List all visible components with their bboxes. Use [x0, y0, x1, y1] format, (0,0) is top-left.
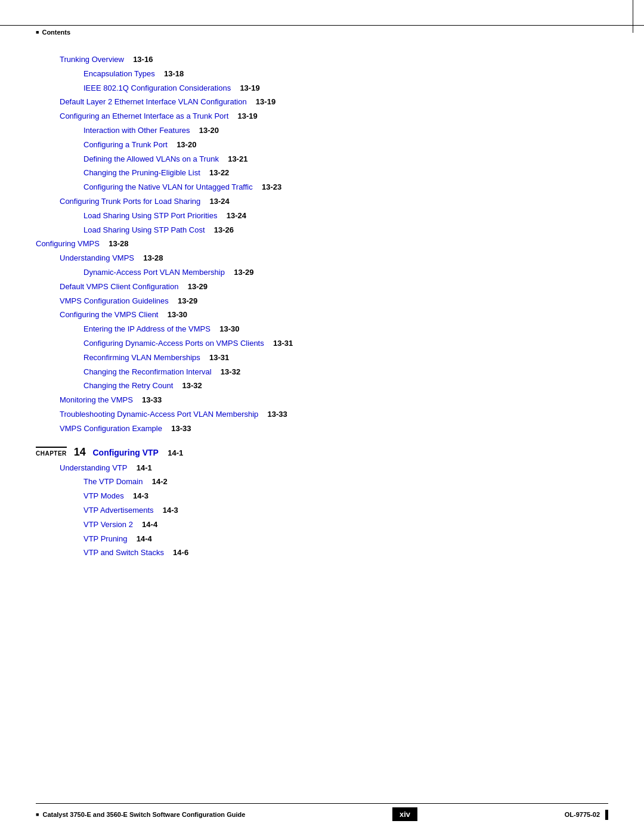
toc-entry: VTP Advertisements 14-3	[83, 504, 608, 517]
toc-page: 13-22	[209, 167, 229, 179]
toc-link[interactable]: Changing the Pruning-Eligible List	[83, 167, 200, 179]
toc-page: 13-20	[199, 125, 219, 137]
toc-entry: Changing the Pruning-Eligible List 13-22	[83, 167, 608, 179]
toc-entry: Reconfirming VLAN Memberships 13-31	[83, 352, 608, 364]
toc-link[interactable]: Monitoring the VMPS	[60, 394, 133, 407]
toc-entry: Changing the Reconfirmation Interval 13-…	[83, 366, 608, 379]
footer-doc-number: OL-9775-02	[565, 810, 608, 819]
toc-entry: VMPS Configuration Guidelines 13-29	[60, 295, 608, 308]
toc-page: 13-23	[262, 181, 281, 194]
toc-page: 14-2	[152, 476, 168, 488]
toc-page: 13-24	[227, 210, 246, 222]
toc-page: 13-30	[168, 309, 187, 321]
toc-entry: IEEE 802.1Q Configuration Considerations…	[83, 82, 608, 95]
toc-link[interactable]: VMPS Configuration Guidelines	[60, 295, 169, 308]
footer-page-box: xiv	[392, 807, 417, 821]
toc-entry: Configuring the VMPS Client 13-30	[60, 309, 608, 321]
toc-link[interactable]: Configuring VMPS	[36, 238, 100, 250]
toc-entry: Interaction with Other Features 13-20	[83, 125, 608, 137]
toc-link[interactable]: Interaction with Other Features	[83, 125, 190, 137]
toc-entry: Configuring Trunk Ports for Load Sharing…	[60, 196, 608, 208]
toc-link[interactable]: IEEE 802.1Q Configuration Considerations	[83, 82, 231, 95]
toc-link[interactable]: Reconfirming VLAN Memberships	[83, 352, 200, 364]
toc-link[interactable]: Encapsulation Types	[83, 68, 155, 80]
toc-entry: The VTP Domain 14-2	[83, 476, 608, 488]
toc-link[interactable]: Changing the Retry Count	[83, 380, 173, 392]
toc-entry: Configuring a Trunk Port 13-20	[83, 139, 608, 151]
toc-link[interactable]: Configuring the VMPS Client	[60, 309, 158, 321]
toc-entry: Understanding VTP 14-1	[60, 462, 608, 475]
toc-link[interactable]: Understanding VMPS	[60, 252, 134, 265]
toc-page: 13-26	[214, 224, 234, 237]
toc-container: Trunking Overview 13-16Encapsulation Typ…	[36, 54, 608, 435]
toc-link[interactable]: Default VMPS Client Configuration	[60, 281, 178, 293]
chapter-title[interactable]: Configuring VTP	[93, 448, 159, 457]
toc-page: 13-18	[164, 68, 184, 80]
toc-link[interactable]: Dynamic-Access Port VLAN Membership	[83, 267, 225, 279]
toc-link[interactable]: Configuring the Native VLAN for Untagged…	[83, 181, 253, 194]
toc-page: 13-33	[142, 394, 162, 407]
chapter14-container: CHAPTER 14 Configuring VTP 14-1Understan…	[36, 446, 608, 560]
toc-entry: Entering the IP Address of the VMPS 13-3…	[83, 323, 608, 336]
toc-page: 14-6	[173, 547, 188, 559]
toc-link[interactable]: VTP Version 2	[83, 519, 133, 531]
toc-entry: Dynamic-Access Port VLAN Membership 13-2…	[83, 267, 608, 279]
toc-entry: Configuring the Native VLAN for Untagged…	[83, 181, 608, 194]
toc-page: 13-33	[171, 423, 191, 435]
toc-page: 13-30	[219, 323, 239, 336]
toc-link[interactable]: Configuring a Trunk Port	[83, 139, 168, 151]
toc-page: 13-20	[177, 139, 196, 151]
toc-link[interactable]: Changing the Reconfirmation Interval	[83, 366, 212, 379]
footer-content: Catalyst 3750-E and 3560-E Switch Softwa…	[0, 807, 644, 821]
toc-entry: Defining the Allowed VLANs on a Trunk 13…	[83, 153, 608, 166]
toc-link[interactable]: Configuring Trunk Ports for Load Sharing	[60, 196, 200, 208]
toc-page: 14-4	[137, 533, 152, 546]
toc-entry: Encapsulation Types 13-18	[83, 68, 608, 80]
toc-page: 13-19	[256, 96, 275, 109]
toc-page: 13-16	[133, 54, 153, 66]
toc-page: 13-33	[268, 408, 287, 421]
toc-link[interactable]: Configuring an Ethernet Interface as a T…	[60, 110, 228, 123]
toc-entry: Default Layer 2 Ethernet Interface VLAN …	[60, 96, 608, 109]
toc-link[interactable]: VTP and Switch Stacks	[83, 547, 164, 559]
toc-link[interactable]: VMPS Configuration Example	[60, 423, 162, 435]
chapter-page: 14-1	[168, 448, 183, 457]
toc-link[interactable]: Trunking Overview	[60, 54, 124, 66]
toc-link[interactable]: VTP Advertisements	[83, 504, 154, 517]
toc-page: 13-19	[238, 110, 258, 123]
toc-link[interactable]: Default Layer 2 Ethernet Interface VLAN …	[60, 96, 247, 109]
toc-link[interactable]: VTP Modes	[83, 490, 124, 503]
toc-page: 13-21	[228, 153, 247, 166]
toc-entry: Configuring VMPS 13-28	[36, 238, 608, 250]
toc-entry: Changing the Retry Count 13-32	[83, 380, 608, 392]
contents-label: Contents	[42, 29, 70, 36]
toc-link[interactable]: Load Sharing Using STP Port Priorities	[83, 210, 217, 222]
toc-entry: VTP Version 2 14-4	[83, 519, 608, 531]
toc-page: 13-28	[143, 252, 163, 265]
toc-link[interactable]: Understanding VTP	[60, 462, 127, 475]
toc-link[interactable]: The VTP Domain	[83, 476, 143, 488]
toc-link[interactable]: Troubleshooting Dynamic-Access Port VLAN…	[60, 408, 258, 421]
toc-link[interactable]: Load Sharing Using STP Path Cost	[83, 224, 205, 237]
toc-entry: Load Sharing Using STP Port Priorities 1…	[83, 210, 608, 222]
toc-link[interactable]: Entering the IP Address of the VMPS	[83, 323, 210, 336]
toc-page: 13-24	[210, 196, 230, 208]
toc-link[interactable]: Defining the Allowed VLANs on a Trunk	[83, 153, 219, 166]
toc-page: 13-31	[273, 337, 293, 350]
toc-page: 13-32	[221, 366, 240, 379]
toc-page: 13-32	[182, 380, 202, 392]
footer-left: Catalyst 3750-E and 3560-E Switch Softwa…	[36, 811, 245, 818]
toc-entry: Configuring an Ethernet Interface as a T…	[60, 110, 608, 123]
toc-page: 13-29	[178, 295, 197, 308]
toc-entry: VTP Modes 14-3	[83, 490, 608, 503]
toc-page: 14-3	[133, 490, 148, 503]
toc-entry: Troubleshooting Dynamic-Access Port VLAN…	[60, 408, 608, 421]
toc-entry: Load Sharing Using STP Path Cost 13-26	[83, 224, 608, 237]
toc-entry: VTP and Switch Stacks 14-6	[83, 547, 608, 559]
contents-header: Contents	[36, 29, 70, 36]
toc-link[interactable]: Configuring Dynamic-Access Ports on VMPS…	[83, 337, 264, 350]
toc-page: 14-1	[137, 462, 152, 475]
toc-link[interactable]: VTP Pruning	[83, 533, 127, 546]
toc-page: 14-3	[163, 504, 178, 517]
toc-entry: VTP Pruning 14-4	[83, 533, 608, 546]
